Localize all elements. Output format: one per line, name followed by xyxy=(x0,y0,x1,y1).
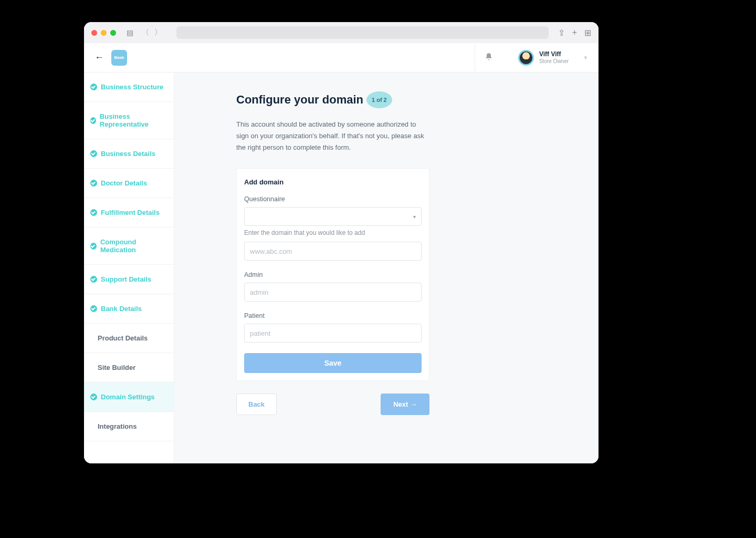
sidebar-item-business-structure[interactable]: Business Structure xyxy=(84,73,174,102)
nav-forward-icon[interactable]: 〉 xyxy=(152,28,164,37)
check-icon xyxy=(90,305,97,312)
user-menu[interactable]: Viff Viff Store Owner ▼ xyxy=(510,50,588,66)
sidebar-item-label: Domain Settings xyxy=(101,393,155,401)
traffic-lights xyxy=(91,30,116,36)
minimize-window-icon[interactable] xyxy=(101,30,107,36)
check-icon xyxy=(90,150,97,157)
main-panel: Configure your domain 1 of 2 This accoun… xyxy=(174,73,598,463)
sidebar-item-label: Doctor Details xyxy=(101,179,147,187)
sidebar-item-business-details[interactable]: Business Details xyxy=(84,139,174,169)
sidebar-item-product-details[interactable]: Product Details xyxy=(84,324,174,353)
sidebar-toggle-icon[interactable]: ▤ xyxy=(124,28,135,37)
sidebar-item-label: Product Details xyxy=(98,334,148,342)
sidebar-item-label: Integrations xyxy=(98,422,136,430)
app-header: ← Bask Viff Viff Store Owner ▼ xyxy=(84,43,598,73)
user-avatar xyxy=(518,50,534,66)
sidebar-item-label: Business Representative xyxy=(100,112,167,128)
maximize-window-icon[interactable] xyxy=(110,30,116,36)
check-icon xyxy=(90,180,97,187)
browser-window: ▤ 〈 〉 ⇪ + ⊞ ← Bask Viff Viff Store Owner… xyxy=(84,22,598,463)
domain-input[interactable] xyxy=(244,242,422,261)
tab-overview-icon[interactable]: ⊞ xyxy=(584,28,591,38)
patient-input[interactable] xyxy=(244,324,422,343)
check-icon xyxy=(90,243,97,250)
sidebar-item-fulfillment-details[interactable]: Fulfillment Details xyxy=(84,198,174,227)
domain-helper-text: Enter the domain that you would like to … xyxy=(244,229,422,236)
sidebar-item-support-details[interactable]: Support Details xyxy=(84,265,174,294)
notifications-bell-icon[interactable] xyxy=(485,53,493,63)
questionnaire-select[interactable] xyxy=(244,207,422,226)
patient-label: Patient xyxy=(244,312,422,319)
nav-back-icon[interactable]: 〈 xyxy=(140,28,151,37)
back-arrow-icon[interactable]: ← xyxy=(94,52,104,63)
sidebar-item-compound-medication[interactable]: Compound Medication xyxy=(84,227,174,265)
sidebar-item-label: Support Details xyxy=(101,275,151,283)
check-icon xyxy=(90,394,97,400)
browser-titlebar: ▤ 〈 〉 ⇪ + ⊞ xyxy=(84,22,598,43)
save-button[interactable]: Save xyxy=(244,353,422,373)
sidebar-item-label: Compound Medication xyxy=(100,238,167,254)
check-icon xyxy=(90,117,96,124)
admin-input[interactable] xyxy=(244,283,422,302)
step-badge: 1 of 2 xyxy=(366,91,392,108)
sidebar-item-label: Business Structure xyxy=(101,83,163,91)
share-icon[interactable]: ⇪ xyxy=(558,28,565,38)
back-button[interactable]: Back xyxy=(236,394,277,415)
sidebar-item-bank-details[interactable]: Bank Details xyxy=(84,294,174,324)
next-button[interactable]: Next → xyxy=(381,394,429,415)
sidebar-item-site-builder[interactable]: Site Builder xyxy=(84,353,174,382)
sidebar-item-label: Bank Details xyxy=(101,305,142,313)
sidebar-item-integrations[interactable]: Integrations xyxy=(84,412,174,441)
setup-sidebar: Business Structure Business Representati… xyxy=(84,73,174,463)
address-bar[interactable] xyxy=(176,26,549,39)
sidebar-item-doctor-details[interactable]: Doctor Details xyxy=(84,169,174,198)
content-area: Business Structure Business Representati… xyxy=(84,73,598,463)
questionnaire-label: Questionnaire xyxy=(244,195,422,203)
check-icon xyxy=(90,276,97,283)
sidebar-item-label: Business Details xyxy=(101,150,155,158)
sidebar-item-label: Site Builder xyxy=(98,364,135,371)
wizard-nav: Back Next → xyxy=(236,394,429,415)
sidebar-item-label: Fulfillment Details xyxy=(101,209,160,216)
chevron-down-icon: ▼ xyxy=(583,55,588,60)
app-logo[interactable]: Bask xyxy=(111,50,127,66)
check-icon xyxy=(90,209,97,216)
admin-label: Admin xyxy=(244,271,422,278)
page-description: This account should be activated by some… xyxy=(236,119,425,153)
new-tab-icon[interactable]: + xyxy=(572,28,577,37)
card-title: Add domain xyxy=(244,178,422,186)
sidebar-item-business-representative[interactable]: Business Representative xyxy=(84,102,174,139)
close-window-icon[interactable] xyxy=(91,30,97,36)
user-role: Store Owner xyxy=(539,58,569,65)
page-title: Configure your domain xyxy=(236,93,363,107)
add-domain-card: Add domain Questionnaire Enter the domai… xyxy=(236,168,429,381)
check-icon xyxy=(90,84,97,90)
sidebar-item-domain-settings[interactable]: Domain Settings xyxy=(84,382,174,412)
user-name: Viff Viff xyxy=(539,50,569,58)
